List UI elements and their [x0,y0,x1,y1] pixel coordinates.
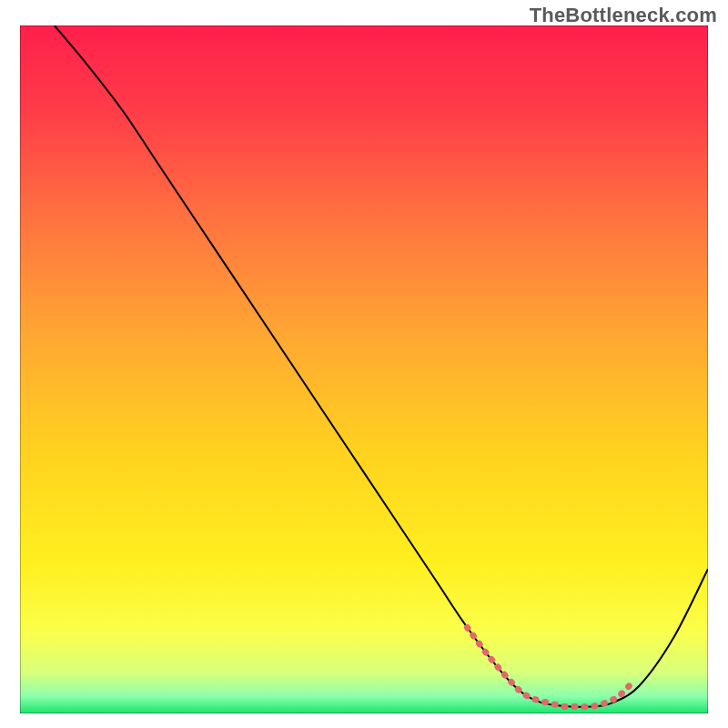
bottleneck-chart [20,25,708,713]
chart-frame: TheBottleneck.com [0,0,728,728]
watermark-label: TheBottleneck.com [530,4,717,27]
plot-background [20,25,708,713]
